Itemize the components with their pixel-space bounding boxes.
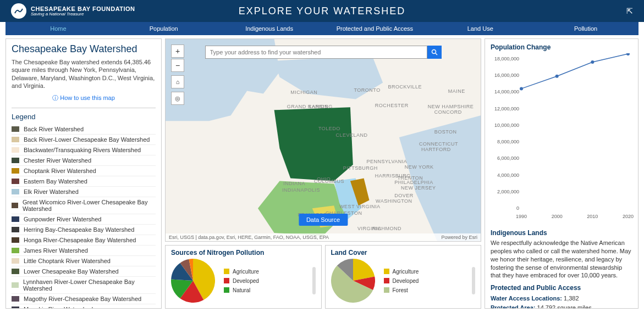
- map-label: Rochester: [375, 103, 409, 108]
- pie-legend-label: Developed: [233, 278, 259, 284]
- legend-swatch: [12, 237, 19, 243]
- org-tagline: Saving a National Treasure: [31, 12, 135, 17]
- zoom-out-button[interactable]: −: [171, 59, 184, 72]
- nav-population[interactable]: Population: [111, 22, 217, 35]
- map-label: NEW HAMPSHIRE: [428, 104, 474, 109]
- map-label: Washington: [376, 198, 412, 204]
- nav-home[interactable]: Home: [5, 22, 111, 35]
- pie-legend-label: Forest: [393, 287, 408, 293]
- nav-pollution[interactable]: Pollution: [533, 22, 639, 35]
- stat-label: Protected Area:: [491, 304, 536, 309]
- svg-point-1: [432, 50, 436, 54]
- legend-label: Back River-Lower Chesapeake Bay Watershe…: [24, 136, 150, 143]
- map-label: MICHIGAN: [290, 90, 317, 95]
- map-attribution: Esri, USGS | data.pa.gov, Esri, HERE, Ga…: [169, 235, 329, 240]
- map-label: New York: [405, 164, 434, 170]
- population-title: Population Change: [491, 43, 632, 51]
- scroll-indicator[interactable]: [472, 267, 475, 294]
- legend-swatch: [12, 179, 19, 184]
- search-input[interactable]: [205, 46, 427, 59]
- pie-legend-label: Natural: [233, 287, 250, 293]
- landcover-chart-card: Land Cover AgricultureDevelopedForest: [325, 245, 482, 309]
- legend-swatch: [12, 147, 19, 153]
- legend-item: Great Wicomico River-Lower Chesapeake Ba…: [12, 197, 156, 214]
- legend-item: Choptank River Watershed: [12, 166, 156, 176]
- indigenous-text: We respectfully acknowledge the Native A…: [491, 239, 632, 280]
- org-name: CHESAPEAKE BAY FOUNDATION: [31, 5, 135, 12]
- legend-swatch: [12, 189, 19, 194]
- pie-swatch: [384, 269, 389, 274]
- pie-swatch: [384, 287, 389, 293]
- legend-swatch: [12, 216, 19, 222]
- sidebar-title: Chesapeake Bay Watershed: [12, 43, 156, 55]
- legend-label: Great Wicomico River-Lower Chesapeake Ba…: [23, 199, 156, 212]
- pie-legend-label: Developed: [393, 278, 419, 284]
- map-label: INDIANA: [283, 181, 305, 186]
- home-button[interactable]: ⌂: [171, 75, 184, 88]
- map-label: Dover: [394, 193, 414, 198]
- stat-value: 1,382: [564, 295, 579, 302]
- sidebar: Chesapeake Bay Watershed The Chesapeake …: [5, 38, 162, 309]
- svg-text:1990: 1990: [516, 214, 527, 219]
- legend-swatch: [12, 248, 19, 253]
- legend-swatch: [12, 258, 19, 264]
- map[interactable]: MICHIGANLansingGrand RapidsTorontoRoches…: [165, 38, 481, 242]
- legend-label: James River Watershed: [24, 247, 88, 254]
- legend-swatch: [12, 282, 19, 288]
- svg-line-2: [436, 53, 437, 55]
- nav-protected-and-public-access[interactable]: Protected and Public Access: [322, 22, 427, 35]
- legend-item: Herring Bay-Chesapeake Bay Watershed: [12, 225, 156, 235]
- legend-item: Lower Chesapeake Bay Watershed: [12, 266, 156, 277]
- nav-indigenous-lands[interactable]: Indigenous Lands: [217, 22, 322, 35]
- right-panel: Population Change 02,000,0004,000,0006,0…: [485, 38, 639, 309]
- legend-swatch: [12, 137, 19, 142]
- svg-text:10,000,000: 10,000,000: [494, 122, 519, 128]
- map-label: CONNECTICUT: [419, 141, 458, 147]
- stat-value: 14,792 square miles: [537, 304, 592, 309]
- search-button[interactable]: [427, 46, 442, 59]
- map-label: MAINE: [448, 88, 465, 94]
- legend-title: Legend: [12, 113, 156, 121]
- legend-label: Eastern Bay Watershed: [24, 178, 87, 185]
- legend-swatch: [12, 269, 19, 274]
- scroll-indicator[interactable]: [312, 267, 316, 294]
- legend-label: Blackwater/Transquaking Rivers Watershed: [24, 147, 141, 153]
- zoom-in-button[interactable]: +: [171, 44, 184, 58]
- share-icon[interactable]: ⇱: [626, 7, 633, 15]
- locate-button[interactable]: ◎: [171, 92, 184, 105]
- map-label: Concord: [434, 109, 462, 115]
- pie-swatch: [384, 278, 389, 283]
- legend-label: Lynnhaven River-Lower Chesapeake Bay Wat…: [23, 278, 156, 292]
- map-label: Boston: [434, 129, 457, 135]
- svg-text:0: 0: [516, 205, 519, 211]
- pie-legend-label: Agriculture: [233, 269, 259, 275]
- logo: CHESAPEAKE BAY FOUNDATION Saving a Natio…: [11, 3, 135, 19]
- svg-text:6,000,000: 6,000,000: [497, 155, 519, 161]
- legend-item: Lynnhaven River-Lower Chesapeake Bay Wat…: [12, 277, 156, 294]
- legend-label: Honga River-Chesapeake Bay Watershed: [24, 237, 136, 243]
- pie-legend-item: Natural: [224, 287, 259, 293]
- legend-item: Back River-Lower Chesapeake Bay Watershe…: [12, 135, 156, 145]
- map-powered-by: Powered by Esri: [441, 235, 477, 240]
- svg-text:8,000,000: 8,000,000: [497, 139, 519, 144]
- pie-legend-item: Developed: [384, 278, 419, 284]
- legend-swatch: [12, 296, 19, 302]
- svg-text:2020: 2020: [623, 214, 634, 219]
- pie-legend-item: Agriculture: [224, 269, 259, 275]
- legend-item: Back River Watershed: [12, 124, 156, 135]
- data-source-button[interactable]: Data Source: [299, 214, 348, 226]
- map-label: PENNSYLVANIA: [367, 159, 408, 164]
- legend-item: Eastern Bay Watershed: [12, 176, 156, 187]
- legend-label: Magothy River-Chesapeake Bay Watershed: [24, 296, 141, 302]
- legend-swatch: [12, 307, 19, 309]
- legend-swatch: [12, 168, 19, 174]
- legend-item: Elk River Watershed: [12, 187, 156, 197]
- svg-text:14,000,000: 14,000,000: [494, 89, 519, 94]
- nav-land-use[interactable]: Land Use: [427, 22, 533, 35]
- howto-link[interactable]: How to use this map: [12, 94, 156, 102]
- legend-item: Blackwater/Transquaking Rivers Watershed: [12, 145, 156, 155]
- nav-bar: HomePopulationIndigenous LandsProtected …: [5, 22, 639, 35]
- legend-label: Elk River Watershed: [24, 188, 79, 195]
- map-label: Indianapolis: [282, 187, 320, 193]
- map-label: Pittsburgh: [343, 165, 378, 171]
